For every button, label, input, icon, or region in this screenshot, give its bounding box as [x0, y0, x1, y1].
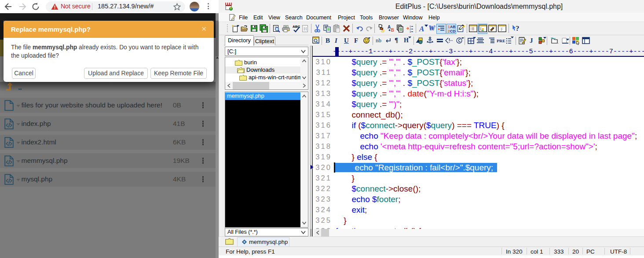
svg-text:B: B	[391, 28, 394, 33]
svg-text:F: F	[501, 27, 503, 32]
svg-text:3: 3	[410, 30, 411, 33]
svg-text:A: A	[388, 25, 391, 29]
svg-text:H: H	[304, 26, 307, 31]
svg-text:?: ?	[516, 24, 520, 33]
